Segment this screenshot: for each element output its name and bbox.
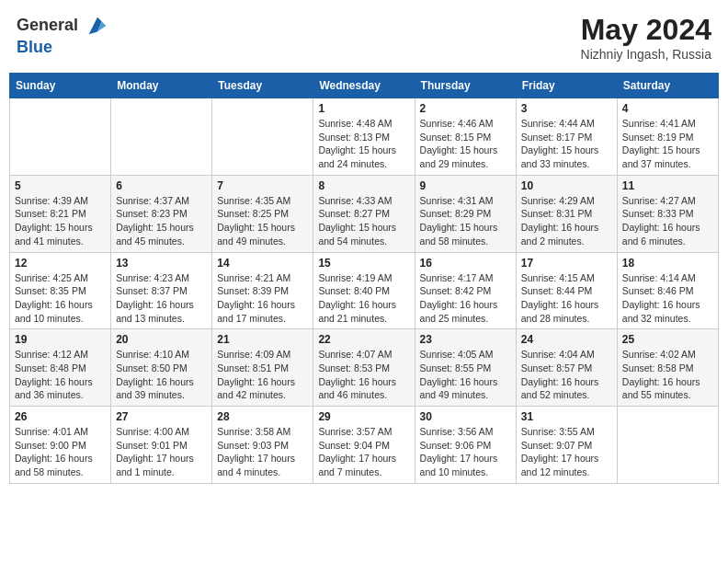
day-info: Sunrise: 4:17 AMSunset: 8:42 PMDaylight:…: [420, 271, 511, 326]
calendar-cell: 28Sunrise: 3:58 AMSunset: 9:03 PMDayligh…: [212, 407, 313, 484]
calendar-cell: 15Sunrise: 4:19 AMSunset: 8:40 PMDayligh…: [313, 252, 415, 329]
calendar-cell: 27Sunrise: 4:00 AMSunset: 9:01 PMDayligh…: [111, 407, 212, 484]
day-info: Sunrise: 4:15 AMSunset: 8:44 PMDaylight:…: [521, 271, 612, 326]
calendar-cell: 12Sunrise: 4:25 AMSunset: 8:35 PMDayligh…: [10, 252, 111, 329]
day-info: Sunrise: 4:01 AMSunset: 9:00 PMDaylight:…: [15, 425, 106, 479]
day-info: Sunrise: 4:31 AMSunset: 8:29 PMDaylight:…: [420, 194, 511, 248]
day-number: 17: [521, 257, 612, 270]
day-number: 24: [521, 333, 612, 346]
calendar-cell: 18Sunrise: 4:14 AMSunset: 8:46 PMDayligh…: [617, 252, 718, 329]
calendar-cell: 9Sunrise: 4:31 AMSunset: 8:29 PMDaylight…: [415, 175, 516, 252]
day-number: 27: [116, 410, 207, 423]
day-of-week-header: Saturday: [617, 74, 718, 98]
month-year-title: May 2024: [581, 13, 711, 47]
calendar-cell: 7Sunrise: 4:35 AMSunset: 8:25 PMDaylight…: [212, 175, 313, 252]
day-number: 28: [217, 410, 308, 423]
day-number: 3: [521, 102, 612, 115]
logo-text-blue: Blue: [17, 38, 52, 56]
calendar-body: 1Sunrise: 4:48 AMSunset: 8:13 PMDaylight…: [10, 98, 719, 484]
day-info: Sunrise: 4:07 AMSunset: 8:53 PMDaylight:…: [318, 348, 409, 402]
day-number: 22: [318, 333, 409, 346]
calendar-cell: 4Sunrise: 4:41 AMSunset: 8:19 PMDaylight…: [617, 98, 718, 176]
day-number: 9: [420, 179, 511, 192]
calendar-cell: 19Sunrise: 4:12 AMSunset: 8:48 PMDayligh…: [10, 329, 111, 407]
calendar-cell: 26Sunrise: 4:01 AMSunset: 9:00 PMDayligh…: [10, 407, 111, 484]
calendar-cell: [10, 98, 111, 176]
calendar-cell: 8Sunrise: 4:33 AMSunset: 8:27 PMDaylight…: [313, 175, 415, 252]
day-number: 14: [217, 257, 308, 270]
day-number: 7: [217, 179, 308, 192]
calendar-cell: 13Sunrise: 4:23 AMSunset: 8:37 PMDayligh…: [111, 252, 212, 329]
day-info: Sunrise: 4:29 AMSunset: 8:31 PMDaylight:…: [521, 194, 612, 248]
calendar-cell: 22Sunrise: 4:07 AMSunset: 8:53 PMDayligh…: [313, 329, 415, 407]
day-number: 5: [15, 179, 106, 192]
calendar-week-row: 19Sunrise: 4:12 AMSunset: 8:48 PMDayligh…: [10, 329, 719, 407]
calendar-week-row: 5Sunrise: 4:39 AMSunset: 8:21 PMDaylight…: [10, 175, 719, 252]
calendar-cell: 31Sunrise: 3:55 AMSunset: 9:07 PMDayligh…: [516, 407, 617, 484]
location-subtitle: Nizhniy Ingash, Russia: [581, 47, 711, 62]
day-of-week-header: Monday: [111, 74, 212, 98]
calendar-week-row: 12Sunrise: 4:25 AMSunset: 8:35 PMDayligh…: [10, 252, 719, 329]
day-number: 16: [420, 257, 511, 270]
day-number: 1: [318, 102, 409, 115]
calendar-cell: 11Sunrise: 4:27 AMSunset: 8:33 PMDayligh…: [617, 175, 718, 252]
day-info: Sunrise: 4:12 AMSunset: 8:48 PMDaylight:…: [15, 348, 106, 402]
day-info: Sunrise: 4:27 AMSunset: 8:33 PMDaylight:…: [622, 194, 713, 248]
calendar-cell: 23Sunrise: 4:05 AMSunset: 8:55 PMDayligh…: [415, 329, 516, 407]
day-of-week-header: Wednesday: [313, 74, 415, 98]
day-number: 23: [420, 333, 511, 346]
day-info: Sunrise: 4:04 AMSunset: 8:57 PMDaylight:…: [521, 348, 612, 402]
day-number: 2: [420, 102, 511, 115]
day-of-week-header: Sunday: [10, 74, 111, 98]
day-number: 31: [521, 410, 612, 423]
day-info: Sunrise: 4:19 AMSunset: 8:40 PMDaylight:…: [318, 271, 409, 326]
day-number: 20: [116, 333, 207, 346]
day-number: 30: [420, 410, 511, 423]
calendar-cell: 16Sunrise: 4:17 AMSunset: 8:42 PMDayligh…: [415, 252, 516, 329]
day-info: Sunrise: 4:02 AMSunset: 8:58 PMDaylight:…: [622, 348, 713, 402]
day-info: Sunrise: 3:58 AMSunset: 9:03 PMDaylight:…: [217, 425, 308, 479]
day-number: 29: [318, 410, 409, 423]
day-info: Sunrise: 4:10 AMSunset: 8:50 PMDaylight:…: [116, 348, 207, 402]
logo-text-general: General: [17, 16, 78, 34]
day-of-week-header: Friday: [516, 74, 617, 98]
title-area: May 2024 Nizhniy Ingash, Russia: [581, 13, 711, 62]
day-number: 4: [622, 102, 713, 115]
day-info: Sunrise: 4:44 AMSunset: 8:17 PMDaylight:…: [521, 117, 612, 171]
day-number: 21: [217, 333, 308, 346]
calendar-cell: 29Sunrise: 3:57 AMSunset: 9:04 PMDayligh…: [313, 407, 415, 484]
day-of-week-header: Tuesday: [212, 74, 313, 98]
day-info: Sunrise: 4:23 AMSunset: 8:37 PMDaylight:…: [116, 271, 207, 326]
day-info: Sunrise: 4:41 AMSunset: 8:19 PMDaylight:…: [622, 117, 713, 171]
day-of-week-header: Thursday: [415, 74, 516, 98]
calendar-cell: 2Sunrise: 4:46 AMSunset: 8:15 PMDaylight…: [415, 98, 516, 176]
calendar-cell: 6Sunrise: 4:37 AMSunset: 8:23 PMDaylight…: [111, 175, 212, 252]
day-number: 15: [318, 257, 409, 270]
logo-icon: [85, 13, 110, 39]
calendar-cell: 17Sunrise: 4:15 AMSunset: 8:44 PMDayligh…: [516, 252, 617, 329]
calendar-cell: 1Sunrise: 4:48 AMSunset: 8:13 PMDaylight…: [313, 98, 415, 176]
day-info: Sunrise: 4:09 AMSunset: 8:51 PMDaylight:…: [217, 348, 308, 402]
calendar-week-row: 1Sunrise: 4:48 AMSunset: 8:13 PMDaylight…: [10, 98, 719, 176]
day-number: 6: [116, 179, 207, 192]
day-number: 19: [15, 333, 106, 346]
day-info: Sunrise: 4:37 AMSunset: 8:23 PMDaylight:…: [116, 194, 207, 248]
day-info: Sunrise: 3:55 AMSunset: 9:07 PMDaylight:…: [521, 425, 612, 479]
logo: General Blue: [17, 13, 110, 57]
calendar-week-row: 26Sunrise: 4:01 AMSunset: 9:00 PMDayligh…: [10, 407, 719, 484]
day-info: Sunrise: 3:56 AMSunset: 9:06 PMDaylight:…: [420, 425, 511, 479]
day-info: Sunrise: 4:48 AMSunset: 8:13 PMDaylight:…: [318, 117, 409, 171]
day-number: 10: [521, 179, 612, 192]
day-number: 11: [622, 179, 713, 192]
calendar-cell: 10Sunrise: 4:29 AMSunset: 8:31 PMDayligh…: [516, 175, 617, 252]
day-info: Sunrise: 4:46 AMSunset: 8:15 PMDaylight:…: [420, 117, 511, 171]
calendar-cell: 5Sunrise: 4:39 AMSunset: 8:21 PMDaylight…: [10, 175, 111, 252]
calendar-cell: [212, 98, 313, 176]
calendar-cell: 25Sunrise: 4:02 AMSunset: 8:58 PMDayligh…: [617, 329, 718, 407]
calendar-cell: 21Sunrise: 4:09 AMSunset: 8:51 PMDayligh…: [212, 329, 313, 407]
day-info: Sunrise: 4:14 AMSunset: 8:46 PMDaylight:…: [622, 271, 713, 326]
calendar-table: SundayMondayTuesdayWednesdayThursdayFrid…: [9, 73, 719, 484]
calendar-cell: 20Sunrise: 4:10 AMSunset: 8:50 PMDayligh…: [111, 329, 212, 407]
day-number: 25: [622, 333, 713, 346]
day-info: Sunrise: 4:25 AMSunset: 8:35 PMDaylight:…: [15, 271, 106, 326]
